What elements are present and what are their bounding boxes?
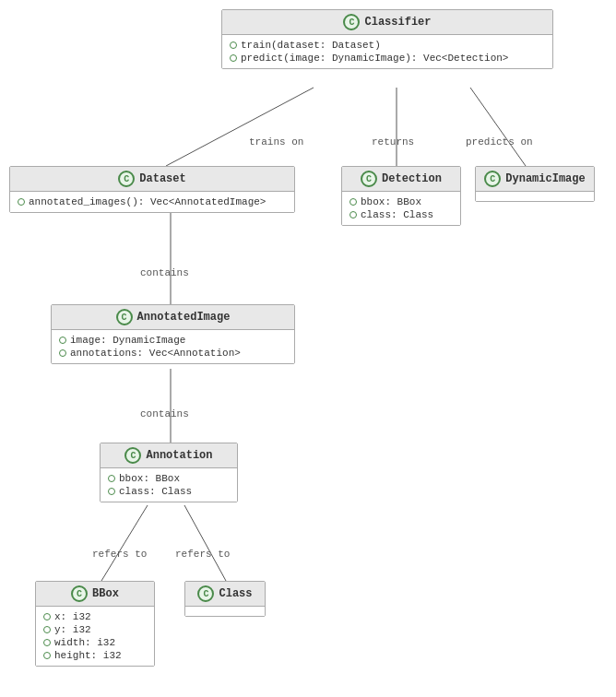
detection-field-2: class: Class: [349, 208, 453, 221]
class-box: C Class: [184, 581, 266, 617]
label-contains-2: contains: [140, 408, 189, 419]
bbox-header: C BBox: [36, 582, 154, 607]
detection-body: bbox: BBox class: Class: [342, 192, 460, 225]
dataset-header: C Dataset: [10, 167, 294, 192]
dataset-box: C Dataset annotated_images(): Vec<Annota…: [9, 166, 295, 213]
bbox-field-3: width: i32: [43, 636, 147, 649]
classifier-method-1: train(dataset: Dataset): [230, 39, 545, 52]
dataset-name: Dataset: [139, 172, 185, 185]
label-returns: returns: [372, 136, 414, 148]
bbox-field-1: x: i32: [43, 610, 147, 623]
bbox-field-4-text: height: i32: [54, 650, 122, 661]
detection-badge: C: [361, 171, 377, 187]
annotatedimage-box: C AnnotatedImage image: DynamicImage ann…: [51, 304, 295, 364]
classifier-header: C Classifier: [222, 10, 552, 35]
bbox-body: x: i32 y: i32 width: i32 height: i32: [36, 607, 154, 666]
dataset-method-1: annotated_images(): Vec<AnnotatedImage>: [18, 195, 287, 208]
bbox-field-1-text: x: i32: [54, 611, 91, 622]
svg-line-5: [101, 505, 148, 581]
annotation-field-1: bbox: BBox: [108, 472, 230, 485]
dynamicimage-header: C DynamicImage: [476, 167, 594, 192]
label-refers-to-1: refers to: [92, 549, 147, 560]
annotatedimage-field-1-text: image: DynamicImage: [70, 335, 185, 346]
dot-icon-5: [349, 211, 357, 219]
annotatedimage-header: C AnnotatedImage: [52, 305, 294, 330]
annotatedimage-badge: C: [116, 309, 133, 325]
classifier-method-2: predict(image: DynamicImage): Vec<Detect…: [230, 52, 545, 65]
detection-field-2-text: class: Class: [361, 209, 433, 220]
class-badge: C: [197, 585, 214, 602]
annotation-field-2-text: class: Class: [119, 486, 192, 497]
dynamicimage-body: [476, 192, 594, 201]
class-header: C Class: [185, 582, 265, 607]
classifier-box: C Classifier train(dataset: Dataset) pre…: [221, 9, 553, 69]
bbox-badge: C: [71, 585, 88, 602]
dot-icon-11: [43, 626, 51, 633]
svg-line-2: [470, 88, 526, 166]
annotatedimage-field-2-text: annotations: Vec<Annotation>: [70, 348, 241, 359]
detection-header: C Detection: [342, 167, 460, 192]
bbox-name: BBox: [92, 587, 119, 600]
bbox-field-4: height: i32: [43, 649, 147, 662]
bbox-box: C BBox x: i32 y: i32 width: i32 height: …: [35, 581, 155, 667]
annotatedimage-body: image: DynamicImage annotations: Vec<Ann…: [52, 330, 294, 363]
annotatedimage-field-2: annotations: Vec<Annotation>: [59, 347, 287, 360]
dot-icon-3: [18, 198, 25, 206]
bbox-field-3-text: width: i32: [54, 637, 115, 648]
dot-icon-9: [108, 488, 115, 495]
dynamicimage-name: DynamicImage: [505, 172, 585, 185]
detection-box: C Detection bbox: BBox class: Class: [341, 166, 461, 226]
annotation-field-1-text: bbox: BBox: [119, 473, 180, 484]
detection-name: Detection: [382, 172, 442, 185]
classifier-method-1-text: train(dataset: Dataset): [241, 40, 381, 51]
svg-line-6: [184, 505, 226, 581]
dynamicimage-box: C DynamicImage: [475, 166, 595, 202]
bbox-field-2: y: i32: [43, 623, 147, 636]
classifier-body: train(dataset: Dataset) predict(image: D…: [222, 35, 552, 68]
classifier-method-2-text: predict(image: DynamicImage): Vec<Detect…: [241, 53, 508, 64]
annotation-field-2: class: Class: [108, 485, 230, 498]
class-body: [185, 607, 265, 616]
classifier-name: Classifier: [364, 16, 431, 29]
dot-icon-13: [43, 652, 51, 659]
annotation-body: bbox: BBox class: Class: [101, 468, 237, 502]
dynamicimage-badge: C: [484, 171, 501, 187]
dataset-badge: C: [118, 171, 135, 187]
annotation-header: C Annotation: [101, 443, 237, 468]
dot-icon-2: [230, 54, 237, 62]
classifier-badge: C: [343, 14, 360, 30]
dataset-method-1-text: annotated_images(): Vec<AnnotatedImage>: [29, 196, 266, 207]
dataset-body: annotated_images(): Vec<AnnotatedImage>: [10, 192, 294, 212]
label-refers-to-2: refers to: [175, 549, 230, 560]
dot-icon-4: [349, 198, 357, 206]
label-contains-1: contains: [140, 267, 189, 278]
annotation-name: Annotation: [146, 449, 212, 462]
dot-icon-12: [43, 639, 51, 646]
dot-icon-6: [59, 337, 66, 344]
annotation-box: C Annotation bbox: BBox class: Class: [100, 443, 238, 502]
annotatedimage-field-1: image: DynamicImage: [59, 334, 287, 347]
dot-icon-1: [230, 41, 237, 49]
dot-icon-7: [59, 349, 66, 357]
detection-field-1: bbox: BBox: [349, 195, 453, 208]
dot-icon-10: [43, 613, 51, 620]
label-trains-on: trains on: [249, 136, 303, 148]
class-name: Class: [219, 587, 252, 600]
dot-icon-8: [108, 475, 115, 482]
bbox-field-2-text: y: i32: [54, 624, 91, 635]
annotatedimage-name: AnnotatedImage: [137, 311, 231, 324]
label-predicts-on: predicts on: [466, 136, 533, 148]
detection-field-1-text: bbox: BBox: [361, 196, 421, 207]
diagram-container: trains on returns predicts on contains c…: [0, 0, 616, 697]
annotation-badge: C: [124, 447, 141, 464]
svg-line-0: [166, 88, 314, 166]
